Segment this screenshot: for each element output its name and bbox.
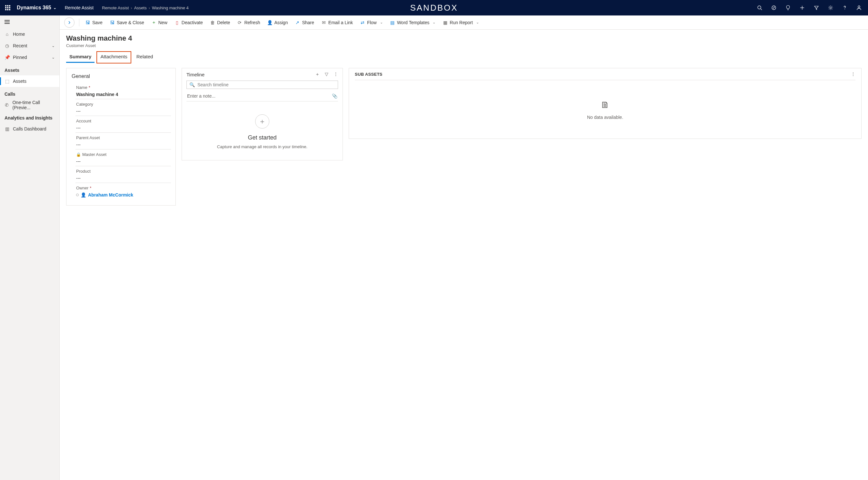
timeline-empty-state: ＋ Get started Capture and manage all rec… xyxy=(186,101,338,156)
lock-icon: 🔒 xyxy=(76,152,81,157)
field-product[interactable]: Product --- xyxy=(75,166,171,183)
help-icon[interactable] xyxy=(838,0,851,15)
chevron-down-icon: ⌄ xyxy=(52,43,55,48)
search-icon: 🔍 xyxy=(189,82,195,87)
owner-value-row: 👤 Abraham McCormick xyxy=(76,192,170,198)
presence-icon xyxy=(76,194,79,196)
sidebar-label: One-time Call (Previe... xyxy=(12,100,55,110)
cmd-label: Share xyxy=(302,20,314,25)
refresh-button[interactable]: ⟳ Refresh xyxy=(234,17,263,28)
sidebar-group-assets: Assets xyxy=(0,63,59,75)
email-link-button[interactable]: ✉ Email a Link xyxy=(318,17,356,28)
delete-button[interactable]: 🗑 Delete xyxy=(207,17,233,28)
timeline-note-input[interactable]: Enter a note... 📎 xyxy=(186,91,338,101)
word-templates-button[interactable]: ▤ Word Templates ⌄ xyxy=(387,17,439,28)
sidebar-item-home[interactable]: ⌂ Home xyxy=(0,28,59,40)
sidebar-label: Pinned xyxy=(13,55,27,60)
sidebar-item-pinned[interactable]: 📌 Pinned ⌄ xyxy=(0,52,59,63)
brand-dropdown[interactable]: Dynamics 365 ⌄ xyxy=(17,5,57,11)
filter-icon[interactable]: ▽ xyxy=(325,71,328,77)
flow-button[interactable]: ⇄ Flow ⌄ xyxy=(357,17,386,28)
cmd-label: Run Report xyxy=(450,20,473,25)
chevron-down-icon: ⌄ xyxy=(433,20,435,25)
cmd-label: Email a Link xyxy=(328,20,353,25)
assign-icon: 👤 xyxy=(267,20,272,25)
back-button[interactable] xyxy=(64,18,74,28)
chevron-down-icon: ⌄ xyxy=(476,20,479,25)
svg-point-6 xyxy=(844,9,845,10)
add-icon[interactable] xyxy=(796,0,809,15)
sidebar-label: Assets xyxy=(13,79,26,84)
field-parent-asset[interactable]: Parent Asset --- xyxy=(75,133,171,149)
field-label: Name* xyxy=(76,85,170,90)
run-report-button[interactable]: ▦ Run Report ⌄ xyxy=(439,17,482,28)
attach-icon[interactable]: 📎 xyxy=(332,94,337,99)
search-icon[interactable] xyxy=(753,0,766,15)
general-card: General Name* Washing machine 4 Category… xyxy=(66,68,176,206)
field-label: Product xyxy=(76,169,170,174)
field-label: Parent Asset xyxy=(76,135,170,140)
save-icon: 🖫 xyxy=(85,20,90,25)
sidebar-label: Recent xyxy=(13,43,27,48)
breadcrumb-1[interactable]: Assets xyxy=(134,5,147,10)
sidebar-group-calls: Calls xyxy=(0,87,59,99)
account-icon[interactable] xyxy=(852,0,865,15)
topbar-right xyxy=(753,0,865,15)
field-owner[interactable]: Owner* 👤 Abraham McCormick xyxy=(75,183,171,199)
save-button[interactable]: 🖫 Save xyxy=(82,17,106,28)
field-category[interactable]: Category --- xyxy=(75,99,171,116)
breadcrumb-2[interactable]: Washing machine 4 xyxy=(152,5,189,10)
sub-assets-empty: 🗎 No data available. xyxy=(355,80,856,133)
field-name[interactable]: Name* Washing machine 4 xyxy=(75,82,171,99)
settings-icon[interactable] xyxy=(824,0,837,15)
more-icon[interactable]: ⋮ xyxy=(851,71,856,77)
field-account[interactable]: Account --- xyxy=(75,116,171,133)
sidebar-item-calls-dashboard[interactable]: ▥ Calls Dashboard xyxy=(0,123,59,135)
deactivate-icon: ▯ xyxy=(175,20,180,25)
add-circle-icon[interactable]: ＋ xyxy=(255,114,269,129)
share-button[interactable]: ↗ Share xyxy=(291,17,317,28)
chart-icon: ▥ xyxy=(4,126,10,131)
task-icon[interactable] xyxy=(767,0,780,15)
tab-summary[interactable]: Summary xyxy=(66,52,94,63)
home-icon: ⌂ xyxy=(4,32,10,37)
app-launcher-icon[interactable] xyxy=(3,3,13,13)
sidebar-item-recent[interactable]: ◷ Recent ⌄ xyxy=(0,40,59,52)
person-icon: 👤 xyxy=(81,192,86,198)
tab-related[interactable]: Related xyxy=(133,52,156,63)
breadcrumb-0[interactable]: Remote Assist xyxy=(102,5,129,10)
assign-button[interactable]: 👤 Assign xyxy=(264,17,291,28)
field-value: --- xyxy=(76,159,170,164)
chevron-right-icon: › xyxy=(149,5,150,10)
sidebar-toggle[interactable] xyxy=(0,15,59,28)
new-button[interactable]: ＋ New xyxy=(148,17,170,28)
more-icon[interactable]: ⋮ xyxy=(334,71,338,77)
chevron-down-icon: ⌄ xyxy=(52,55,55,60)
field-value: --- xyxy=(76,109,170,114)
report-icon: ▦ xyxy=(442,20,448,25)
trash-icon: 🗑 xyxy=(210,20,215,25)
save-close-button[interactable]: 🖫 Save & Close xyxy=(106,17,147,28)
sidebar-item-onetime-call[interactable]: ✆ One-time Call (Previe... xyxy=(0,99,59,111)
timeline-header: Timeline ＋ ▽ ⋮ xyxy=(186,71,338,77)
timeline-search-input[interactable] xyxy=(197,82,335,87)
tab-attachments[interactable]: Attachments xyxy=(97,52,130,63)
topbar: Dynamics 365 ⌄ Remote Assist Remote Assi… xyxy=(0,0,868,15)
sidebar-item-assets[interactable]: ⬚ Assets xyxy=(0,75,59,87)
deactivate-button[interactable]: ▯ Deactivate xyxy=(171,17,206,28)
cmd-label: Save xyxy=(92,20,102,25)
chevron-right-icon: › xyxy=(131,5,132,10)
email-icon: ✉ xyxy=(321,20,327,25)
record-subtitle: Customer Asset xyxy=(66,43,862,48)
timeline-search[interactable]: 🔍 xyxy=(186,80,338,89)
lightbulb-icon[interactable] xyxy=(781,0,795,15)
add-icon[interactable]: ＋ xyxy=(315,71,320,77)
app-name[interactable]: Remote Assist xyxy=(65,5,94,10)
sidebar: ⌂ Home ◷ Recent ⌄ 📌 Pinned ⌄ Assets ⬚ As… xyxy=(0,15,60,480)
command-bar: 🖫 Save 🖫 Save & Close ＋ New ▯ Deactivate… xyxy=(60,15,868,30)
field-label: 🔒Master Asset xyxy=(76,152,170,157)
cmd-label: Delete xyxy=(217,20,230,25)
owner-link[interactable]: Abraham McCormick xyxy=(88,192,133,198)
content: 🖫 Save 🖫 Save & Close ＋ New ▯ Deactivate… xyxy=(60,15,868,480)
filter-icon[interactable] xyxy=(810,0,823,15)
